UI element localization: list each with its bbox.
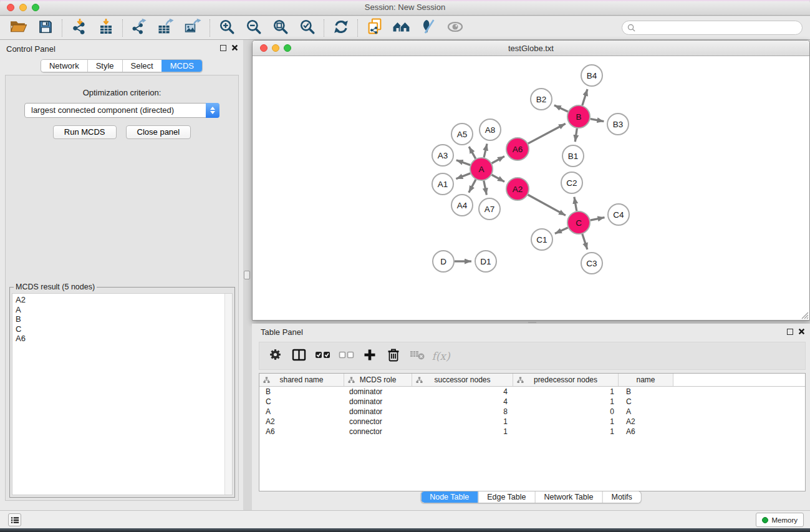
mcds-result-item[interactable]: C [12, 324, 232, 334]
zoom-out-button[interactable] [240, 18, 267, 38]
graph-node-A[interactable]: A [470, 158, 493, 180]
graph-node-B1[interactable]: B1 [562, 145, 584, 167]
mcds-result-item[interactable]: B [12, 314, 232, 324]
graph-edge-C-C4[interactable] [591, 218, 605, 221]
graph-edge-C-C2[interactable] [574, 197, 577, 211]
zoom-fit-button[interactable] [267, 18, 294, 38]
function-builder-button[interactable]: f(x) [429, 345, 453, 367]
table-tab-node-table[interactable]: Node Table [421, 491, 478, 503]
split-panel-button[interactable] [287, 345, 311, 367]
graph-node-B2[interactable]: B2 [531, 89, 552, 110]
memory-button[interactable]: Memory [756, 513, 804, 527]
optimization-criterion-dropdown[interactable]: largest connected component (directed) [24, 103, 219, 118]
graph-edge-A-A5[interactable] [469, 147, 476, 158]
delete-table-button[interactable] [405, 345, 429, 367]
graph-node-A6[interactable]: A6 [506, 138, 529, 160]
float-table-panel-icon[interactable] [787, 329, 793, 335]
close-panel-button[interactable]: Close panel [126, 125, 191, 139]
tab-select[interactable]: Select [122, 60, 162, 72]
import-table-button[interactable] [92, 18, 119, 38]
graph-node-A5[interactable]: A5 [451, 123, 473, 145]
graph-edge-A-A3[interactable] [456, 160, 470, 165]
graph-node-D[interactable]: D [433, 251, 454, 272]
show-panel-button[interactable] [8, 513, 21, 526]
graph-node-A1[interactable]: A1 [432, 173, 453, 195]
graph-node-A7[interactable]: A7 [479, 198, 500, 220]
mcds-result-item[interactable]: A6 [12, 334, 232, 344]
result-list-scrollbar[interactable] [224, 294, 232, 495]
open-session-button[interactable] [5, 18, 32, 38]
close-table-panel-icon[interactable] [798, 328, 805, 335]
table-tab-network-table[interactable]: Network Table [535, 491, 602, 503]
column-header-MCDS-role[interactable]: MCDS role [344, 374, 412, 386]
table-row[interactable]: Adominator80A [259, 407, 805, 417]
column-header-predecessor-nodes[interactable]: predecessor nodes [513, 374, 619, 386]
table-settings-button[interactable] [263, 345, 287, 367]
export-table-button[interactable] [153, 18, 180, 38]
mcds-result-item[interactable]: A2 [12, 295, 232, 305]
zoom-selected-button[interactable] [294, 18, 321, 38]
graph-edge-A-A6[interactable] [492, 157, 504, 163]
graph-node-C1[interactable]: C1 [531, 229, 552, 250]
graph-edge-A-A8[interactable] [484, 144, 487, 158]
graph-node-B3[interactable]: B3 [607, 114, 629, 135]
graph-node-C3[interactable]: C3 [581, 253, 602, 274]
graph-node-A2[interactable]: A2 [506, 178, 529, 200]
float-panel-icon[interactable] [220, 45, 226, 51]
tab-network[interactable]: Network [41, 60, 87, 72]
graph-node-A8[interactable]: A8 [480, 119, 501, 140]
graph-edge-A-A1[interactable] [456, 173, 470, 179]
save-session-button[interactable] [32, 18, 59, 38]
column-header-shared-name[interactable]: shared name [259, 374, 344, 386]
graph-edge-B-B3[interactable] [591, 119, 604, 122]
graph-node-B[interactable]: B [567, 105, 590, 128]
network-window-titlebar[interactable]: testGlobe.txt [253, 41, 809, 56]
graph-node-C4[interactable]: C4 [608, 204, 629, 225]
tab-style[interactable]: Style [87, 60, 122, 72]
split-divider-grip[interactable] [244, 271, 250, 279]
table-row[interactable]: A6connector11A6 [259, 427, 805, 437]
show-graphics-details-button[interactable] [441, 18, 468, 38]
run-mcds-button[interactable]: Run MCDS [53, 125, 117, 139]
new-network-from-selection-button[interactable] [361, 18, 388, 38]
graph-node-C2[interactable]: C2 [561, 172, 582, 193]
table-tab-edge-table[interactable]: Edge Table [478, 491, 534, 503]
unselect-all-columns-button[interactable] [334, 345, 358, 367]
graph-node-A3[interactable]: A3 [432, 145, 453, 166]
search-box[interactable] [622, 21, 803, 35]
column-header-name[interactable]: name [619, 374, 673, 386]
graph-edge-A-A4[interactable] [469, 180, 476, 193]
graph-edge-A6-B[interactable] [528, 123, 566, 143]
graph-edge-A-A7[interactable] [484, 181, 487, 195]
column-header-successor-nodes[interactable]: successor nodes [412, 374, 513, 386]
table-row[interactable]: Cdominator41C [259, 397, 805, 407]
zoom-in-button[interactable] [213, 18, 240, 38]
graph-edge-B-B2[interactable] [554, 105, 568, 112]
table-row[interactable]: Bdominator41B [259, 387, 805, 397]
export-image-button[interactable] [180, 18, 206, 38]
apply-layout-button[interactable] [327, 18, 354, 38]
graph-node-B4[interactable]: B4 [581, 65, 602, 86]
mcds-result-item[interactable]: A [12, 305, 232, 315]
table-tab-motifs[interactable]: Motifs [602, 491, 640, 503]
graph-edge-A-A2[interactable] [492, 175, 504, 181]
table-row[interactable]: A2connector11A2 [259, 417, 805, 427]
graph-edge-A2-C[interactable] [528, 195, 566, 215]
panel-split-divider[interactable] [243, 40, 252, 510]
resize-grip-icon[interactable] [800, 311, 809, 319]
delete-column-button[interactable] [382, 345, 405, 367]
tab-mcds[interactable]: MCDS [162, 60, 202, 72]
network-canvas[interactable]: B4 B2 B B3 A8 A5 A6 A3 B1 A C2 A1 A2 [253, 57, 809, 320]
export-network-button[interactable] [126, 18, 153, 38]
search-input[interactable] [639, 24, 797, 32]
create-column-button[interactable] [358, 345, 382, 367]
select-all-columns-button[interactable] [311, 345, 334, 367]
graph-edge-C-C1[interactable] [555, 228, 568, 234]
graph-edge-B-B4[interactable] [582, 89, 587, 105]
graph-edge-B-B1[interactable] [575, 128, 577, 142]
first-neighbors-button[interactable] [388, 18, 415, 38]
close-panel-icon[interactable] [231, 44, 238, 51]
import-network-button[interactable] [65, 18, 92, 38]
graph-node-A4[interactable]: A4 [451, 195, 473, 216]
graph-node-D1[interactable]: D1 [475, 251, 496, 272]
